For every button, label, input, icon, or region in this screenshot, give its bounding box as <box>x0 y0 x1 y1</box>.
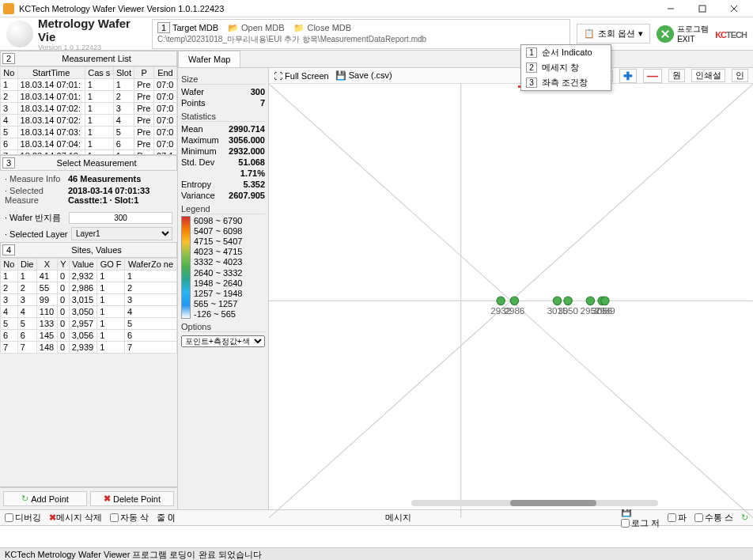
table-row[interactable]: 5513302,95715 <box>1 318 177 330</box>
auto-delete-checkbox[interactable] <box>110 513 119 522</box>
sites-values-table[interactable]: NoDieXYValueGO FWaferZo ne 114102,932112… <box>0 258 177 354</box>
size-group: Size <box>181 74 265 85</box>
wafer-radius-input[interactable] <box>69 212 172 224</box>
table-row[interactable]: 114102,93211 <box>1 271 177 282</box>
wafer-logo-icon <box>6 21 33 47</box>
exit-icon <box>657 25 674 43</box>
menu-item-message[interactable]: 2메세지 창 <box>521 60 611 75</box>
min-value: 2932.000 <box>229 146 265 156</box>
table-row[interactable]: 418.03.14 07:02:14Pre07:0 <box>1 115 177 127</box>
window-title: KCTech Metrology Wafer Viewer Version 1.… <box>19 4 655 13</box>
table-row[interactable]: 339903,01513 <box>1 294 177 306</box>
app-title: Metrology Wafer Vie <box>38 17 149 44</box>
wafer-radius-label: · Wafer 반지름 <box>5 212 66 224</box>
close-mdb-button[interactable]: 📁Close MDB <box>293 23 351 33</box>
variance-value: 2607.905 <box>229 191 265 200</box>
target-mdb-label: Target MDB <box>172 23 218 32</box>
chart-scrollbar[interactable] <box>411 500 658 506</box>
pct-value: 1.71% <box>240 168 265 178</box>
table-row[interactable]: 518.03.14 07:03:15Pre07:0 <box>1 127 177 138</box>
close-button[interactable] <box>718 1 750 17</box>
maximize-button[interactable] <box>687 1 718 17</box>
open-mdb-button[interactable]: 📂Open MDB <box>228 23 284 33</box>
delete-point-button[interactable]: ✖Delete Point <box>90 491 174 506</box>
svg-point-20 <box>601 297 610 305</box>
menu-item-condition[interactable]: 3좌측 조건창 <box>521 75 611 90</box>
print-button[interactable]: 인쇄설 <box>691 69 725 82</box>
selected-measure-label: · Selected Measure <box>5 186 68 205</box>
svg-text:2989: 2989 <box>595 305 615 316</box>
folder-open-icon: 📂 <box>228 23 239 33</box>
app-version: Version 1.0.1.22423 <box>38 44 149 51</box>
display-options-select[interactable]: 포인트+측정값+색 표시 <box>181 335 265 347</box>
svg-text:2986: 2986 <box>504 305 524 316</box>
select-measurement-header: 3 Select Measurement <box>0 155 177 171</box>
target-badge: 1 <box>157 22 170 33</box>
wafer-size-label: Wafer <box>181 87 204 96</box>
menu-item-indicator[interactable]: 1순서 Indicato <box>521 45 611 60</box>
add-icon: ↻ <box>21 494 28 504</box>
kctech-logo: KCTECH <box>715 25 747 42</box>
svg-point-16 <box>586 297 595 305</box>
panel-num-3: 3 <box>2 157 15 168</box>
panel-num-4: 4 <box>2 244 15 255</box>
measure-info-label: · Measure Info <box>5 174 68 184</box>
measure-info-value: 46 Measurements <box>68 174 172 184</box>
mean-value: 2990.714 <box>229 124 265 134</box>
selected-measure-value: 2018-03-14 07:01:33Casstte:1 · Slot:1 <box>68 186 172 205</box>
folder-close-icon: 📁 <box>293 23 305 33</box>
measurement-list-header: 2 Measurement List <box>0 51 177 66</box>
points-label: Points <box>181 98 206 108</box>
sites-values-header: 4 Sites, Values <box>0 242 177 258</box>
wafer-map-chart[interactable]: ⛶ Full Screen 💾 Save (.csv) Wafer Captur… <box>269 68 753 509</box>
exit-button[interactable]: 프로그램 EXIT <box>657 24 709 44</box>
svg-point-10 <box>510 297 519 305</box>
table-row[interactable]: 318.03.14 07:02:13Pre07:0 <box>1 103 177 115</box>
svg-point-12 <box>553 297 562 305</box>
table-row[interactable]: 7714802,93917 <box>1 342 177 354</box>
delete-icon: ✖ <box>104 494 111 504</box>
entropy-value: 5.352 <box>243 180 265 189</box>
query-options-dropdown[interactable]: 📋 조회 옵션 ▾ <box>577 24 650 44</box>
table-row[interactable]: 618.03.14 07:04:16Pre07:0 <box>1 138 177 150</box>
legend-group: Legend <box>181 204 265 214</box>
query-options-menu: 1순서 Indicato 2메세지 창 3좌측 조건창 <box>520 44 611 91</box>
table-row[interactable]: 218.03.14 07:01:12Pre07:0 <box>1 91 177 103</box>
table-row[interactable]: 118.03.14 07:01:11Pre07:0 <box>1 79 177 91</box>
max-value: 3056.000 <box>229 135 265 145</box>
chevron-down-icon: ▾ <box>638 28 643 39</box>
window-titlebar: KCTech Metrology Wafer Viewer Version 1.… <box>0 0 753 17</box>
delete-message-button[interactable]: ✖메시지 삭제 <box>49 512 102 524</box>
zoom-out-button[interactable]: — <box>643 69 662 83</box>
save-csv-button[interactable]: 💾 Save (.csv) <box>335 70 392 81</box>
zoom-in-button[interactable]: ✚ <box>619 69 637 83</box>
minimize-button[interactable] <box>655 1 687 17</box>
std-value: 51.068 <box>238 157 265 167</box>
list-icon: 📋 <box>584 28 595 39</box>
measurement-list-title: Measurement List <box>18 54 175 63</box>
selected-layer-label: · Selected Layer <box>5 229 68 239</box>
layer-select[interactable]: Layer1 <box>71 227 172 240</box>
app-header: Metrology Wafer Vie Version 1.0.1.22423 … <box>0 17 753 51</box>
legend-gradient <box>181 216 191 319</box>
table-row[interactable]: 225502,98612 <box>1 282 177 294</box>
panel-num-2: 2 <box>2 53 15 64</box>
table-row[interactable]: 6614503,05616 <box>1 330 177 342</box>
svg-point-8 <box>497 297 505 305</box>
svg-text:3050: 3050 <box>558 305 578 316</box>
debug-checkbox[interactable] <box>5 513 13 522</box>
svg-rect-1 <box>699 6 706 12</box>
status-text: KCTech Metrology Wafer Viewer 프로그램 로딩이 완… <box>5 549 748 559</box>
add-point-button[interactable]: ↻Add Point <box>3 491 87 506</box>
status-bar: KCTech Metrology Wafer Viewer 프로그램 로딩이 완… <box>0 547 753 560</box>
legend-labels: 6098 ~ 67905407 ~ 60984715 ~ 54074023 ~ … <box>194 216 242 319</box>
fullscreen-button[interactable]: ⛶ Full Screen <box>274 71 329 81</box>
points-value: 7 <box>260 98 265 108</box>
circle-button[interactable]: 원 <box>668 69 685 82</box>
table-row[interactable]: 4411003,05014 <box>1 306 177 318</box>
measurement-list-table[interactable]: NoStartTimeCas sSlotPEnd 118.03.14 07:01… <box>0 66 177 155</box>
tab-wafer-map[interactable]: Wafer Map <box>178 51 240 67</box>
in-button[interactable]: 인 <box>732 69 748 82</box>
wafer-size-value: 300 <box>251 87 265 96</box>
mdb-path: C:\temp\20231018_마무리내용\EUI 추가 항목\Measure… <box>157 34 426 45</box>
